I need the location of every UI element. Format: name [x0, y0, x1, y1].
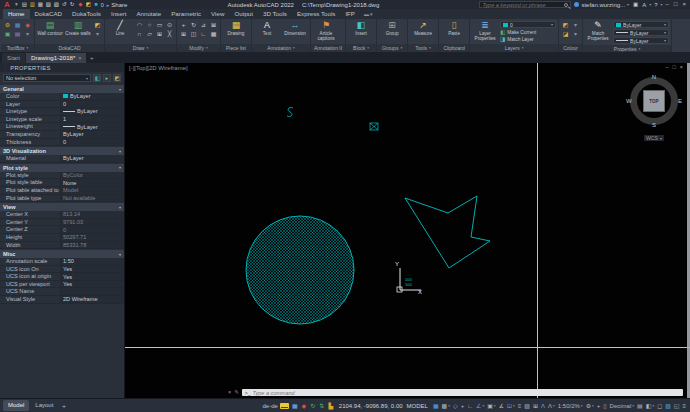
panel-draw-label[interactable]: Draw▾: [105, 44, 176, 52]
plugin-icon-5[interactable]: ▙: [327, 402, 335, 410]
section-header-plot-style[interactable]: Plot style▾: [0, 164, 124, 172]
file-tab-close-icon[interactable]: ×: [78, 53, 81, 63]
command-input[interactable]: [253, 390, 680, 396]
toolbox-settings-icon[interactable]: ⚙: [3, 21, 12, 29]
ellipse-icon[interactable]: ∩: [135, 30, 144, 38]
object-snap-tracking-toggle[interactable]: ∡: [498, 401, 505, 411]
prop-value-annotation-scale[interactable]: 1:50: [60, 258, 124, 265]
workspace-switching-button[interactable]: ⚙▾: [585, 401, 595, 411]
panel-block-label[interactable]: Block▾: [346, 44, 376, 52]
command-close-icon[interactable]: ×: [228, 389, 231, 396]
fillet-icon[interactable]: ∟: [199, 30, 208, 38]
prop-value-ucs-name[interactable]: [60, 288, 124, 295]
prop-value-thickness[interactable]: 0: [60, 139, 124, 146]
pickadd-toggle-icon[interactable]: ◧: [93, 74, 101, 82]
prop-value-ucs-icon-on[interactable]: Yes: [60, 266, 124, 273]
plugin-icon-3[interactable]: ↻: [309, 402, 317, 410]
isolate-objects-button[interactable]: ◻: [656, 401, 663, 411]
prop-value-center-z[interactable]: 0: [60, 226, 124, 233]
viewcube-west[interactable]: W: [626, 98, 632, 104]
transparency-toggle[interactable]: ▨: [523, 401, 531, 411]
panel-colour-label[interactable]: Colour: [559, 44, 582, 52]
file-tab-drawing1-2018[interactable]: Drawing1-2018*×: [26, 53, 86, 63]
ribbon-tab-view[interactable]: View: [206, 9, 229, 19]
ribbon-tab-dokatools[interactable]: DokaTools: [67, 9, 106, 19]
section-header-misc[interactable]: Misc▾: [0, 250, 124, 258]
viewcube[interactable]: TOP N S W E WCS ▾: [626, 73, 682, 153]
dimension-button[interactable]: ↔Dimension: [282, 20, 308, 36]
panel-tools-label[interactable]: Tools▾: [408, 44, 438, 52]
prop-value-plot-table-type[interactable]: Not available: [60, 195, 124, 202]
command-input-field[interactable]: >_: [242, 389, 683, 396]
cursor-coordinates[interactable]: 2104.94, -9096.89, 0.00: [339, 403, 403, 409]
selection-dropdown[interactable]: No selection ▾: [3, 74, 91, 82]
annotation-monitor-toggle[interactable]: +: [596, 401, 602, 411]
clean-screen-button[interactable]: ◱: [673, 401, 681, 411]
viewcube-south[interactable]: S: [652, 122, 656, 128]
plugin-icon-1[interactable]: ▦: [291, 402, 299, 410]
ribbon-tab-dokacad[interactable]: DokaCAD: [30, 9, 68, 19]
open-icon[interactable]: ▥: [29, 1, 36, 8]
colour-caret-1-icon[interactable]: ▾: [571, 21, 580, 29]
polygon-icon[interactable]: ▱: [145, 30, 154, 38]
cad-polygon[interactable]: [405, 196, 490, 268]
ribbon-tab-insert[interactable]: Insert: [106, 9, 131, 19]
make-current-button[interactable]: ◧Make Current: [500, 29, 556, 35]
grid-display-toggle[interactable]: ▦: [432, 401, 440, 411]
prop-value-ucs-icon-at-origin[interactable]: Yes: [60, 273, 124, 280]
maximize-button[interactable]: □: [674, 0, 678, 9]
prop-value-ucs-per-viewport[interactable]: Yes: [60, 281, 124, 288]
arc-icon[interactable]: ◠: [135, 21, 144, 29]
array-icon[interactable]: ▦: [209, 30, 218, 38]
line-button[interactable]: ╱Line: [107, 20, 133, 36]
viewcube-east[interactable]: E: [678, 98, 682, 104]
help-button[interactable]: ?: [654, 2, 657, 8]
selection-cycling-toggle[interactable]: ⊞: [532, 401, 539, 411]
lineweight-select[interactable]: ByLayer▾: [613, 37, 669, 44]
circle-icon[interactable]: ○: [145, 21, 154, 29]
infer-constraints-toggle[interactable]: ◇: [452, 401, 459, 411]
prop-value-lineweight[interactable]: ByLayer: [60, 123, 124, 130]
match-properties-button[interactable]: ✎Match Properties: [585, 20, 611, 41]
drawing-area[interactable]: Y X 100 100 [-][Top][2D Wireframe] – □ ×…: [125, 63, 690, 398]
drawing-close-button[interactable]: ×: [680, 64, 683, 70]
section-header-3d-visualization[interactable]: 3D Visualization▾: [0, 147, 124, 155]
point-icon[interactable]: ⊙: [165, 21, 174, 29]
redo-icon[interactable]: ↻: [69, 1, 76, 8]
insert-block-button[interactable]: ◧Insert: [348, 20, 374, 36]
prop-value-color[interactable]: ByLayer: [60, 93, 124, 100]
qat-lock-icon[interactable]: ◩: [85, 1, 92, 8]
group-button[interactable]: ⊞Group: [379, 20, 405, 36]
panel-toolbox-label[interactable]: ToolBox▾: [1, 44, 34, 52]
save-icon[interactable]: ▦: [37, 1, 44, 8]
prop-value-plot-style[interactable]: ByColor: [60, 172, 124, 179]
ribbon-tab-annotate[interactable]: Annotate: [131, 9, 166, 19]
toolbox-tool-4-icon[interactable]: ▤: [13, 30, 22, 38]
prop-value-visual-style[interactable]: 2D Wireframe: [60, 296, 124, 303]
rectangle-icon[interactable]: ▭: [155, 21, 164, 29]
ribbon-tab-parametric[interactable]: Parametric: [166, 9, 206, 19]
hatched-circle[interactable]: [246, 216, 354, 324]
ribbon-tab-home[interactable]: Home: [3, 9, 30, 19]
prop-value-center-x[interactable]: 813.14: [60, 211, 124, 218]
create-walls-button[interactable]: ▥Create walls: [65, 20, 91, 36]
panel-properties-label[interactable]: Properties▾: [583, 45, 671, 52]
properties-palette-header[interactable]: ⋮ PROPERTIES: [0, 63, 124, 72]
new-layout-button[interactable]: +: [60, 403, 68, 409]
prop-value-plot-style-table[interactable]: None: [60, 179, 124, 186]
minimize-button[interactable]: –: [666, 0, 669, 9]
annotation-visibility-toggle[interactable]: Λ: [540, 401, 546, 411]
prop-value-layer[interactable]: 0: [60, 101, 124, 108]
erase-icon[interactable]: ⊠: [209, 21, 218, 29]
drawing-minimize-button[interactable]: –: [665, 64, 668, 70]
trim-icon[interactable]: ⊿: [199, 21, 208, 29]
select-objects-icon[interactable]: ▸: [103, 74, 111, 82]
ribbon-tab-express-tools[interactable]: Express Tools: [292, 9, 340, 19]
plugin-icon-4[interactable]: ⇅: [318, 402, 326, 410]
panel-groups-label[interactable]: Groups▾: [377, 44, 407, 52]
wall-contour-button[interactable]: ▤Wall contour: [37, 20, 63, 36]
drawing-restore-button[interactable]: □: [672, 64, 675, 70]
plot-icon[interactable]: ▨: [53, 1, 60, 8]
lineweight-display-toggle[interactable]: ≡: [517, 401, 523, 411]
panel-annotation-label[interactable]: Annotation▾: [252, 44, 310, 52]
